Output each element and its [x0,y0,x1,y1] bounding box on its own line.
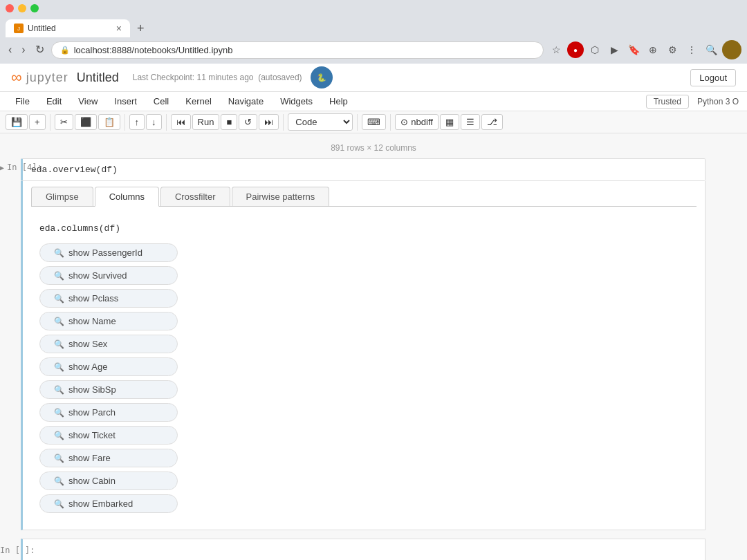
col-btn-cabin[interactable]: 🔍 show Cabin [39,472,178,490]
menu-bar: File Edit View Insert Cell Kernel Naviga… [0,92,747,111]
toolbar-separator-1 [50,114,50,131]
cut-button[interactable]: ✂ [55,114,73,130]
search-icon-passengerid: 🔍 [54,248,64,258]
add-cell-button[interactable]: + [29,114,46,130]
search-icon-survived: 🔍 [54,271,64,281]
settings-icon-2[interactable]: ⚙ [664,41,681,58]
search-icon[interactable]: 🔍 [703,41,719,58]
menu-view[interactable]: View [71,93,104,109]
col-btn-fare[interactable]: 🔍 show Fare [39,449,178,467]
fast-forward-button[interactable]: ⏭ [259,114,279,130]
search-icon-parch: 🔍 [54,408,64,418]
col-label-passengerid: show PassengerId [68,248,142,258]
search-icon-fare: 🔍 [54,454,64,463]
move-up-button[interactable]: ↑ [129,114,145,130]
search-icon-sex: 🔍 [54,339,64,349]
col-btn-sex[interactable]: 🔍 show Sex [39,335,178,353]
record-icon[interactable]: ● [567,41,584,58]
col-btn-passengerid[interactable]: 🔍 show PassengerId [39,243,178,262]
address-bar[interactable]: 🔒 localhost:8888/notebooks/Untitled.ipyn… [51,41,544,59]
col-label-parch: show Parch [68,407,116,418]
empty-cell-input[interactable] [21,539,706,560]
col-btn-age[interactable]: 🔍 show Age [39,357,178,376]
trusted-badge: Trusted [646,95,689,109]
cell-input-area[interactable]: eda.overview(df) [21,158,706,181]
nbdiff-button[interactable]: ⊙ nbdiff [395,114,439,130]
col-btn-survived[interactable]: 🔍 show Survived [39,266,178,285]
cell-type-select[interactable]: Code Markdown Raw [288,113,353,131]
lock-icon: 🔒 [60,46,70,55]
traffic-light-minimize[interactable] [18,4,26,12]
share-button[interactable]: ⎇ [481,114,503,130]
col-btn-sibsp[interactable]: 🔍 show SibSp [39,380,178,399]
star-icon[interactable]: ☆ [548,41,564,58]
keyboard-button[interactable]: ⌨ [362,114,386,130]
step-back-button[interactable]: ⏮ [171,114,191,130]
browser-tab-active[interactable]: J Untitled × [6,19,130,37]
toolbar-separator-5 [357,114,358,131]
tab-crossfilter[interactable]: Crossfilter [160,187,230,206]
column-button-list: 🔍 show PassengerId 🔍 show Survived 🔍 sho… [39,243,688,513]
tab-list: Glimpse Columns Crossfilter Pairwise pat… [31,187,697,207]
menu-navigate[interactable]: Navigate [221,93,270,109]
bookmark-icon[interactable]: 🔖 [625,41,642,58]
search-icon-embarked: 🔍 [54,499,64,509]
run-indicator-icon: ▶ [0,164,4,171]
menu-widgets[interactable]: Widgets [273,93,320,109]
empty-cell[interactable]: In [ ]: [21,539,706,560]
move-down-button[interactable]: ↓ [146,114,162,130]
search-icon-pclass: 🔍 [54,294,64,304]
paste-button[interactable]: 📋 [98,114,120,130]
eda-columns-code: eda.columns(df) [39,223,688,234]
refresh-button[interactable]: ↻ [33,43,47,57]
jupyter-logo-icon: ∞ [11,68,22,86]
menu-kernel[interactable]: Kernel [178,93,219,109]
cell-indicator-4: ▶ In [4]: [0,158,42,172]
tab-columns-content: eda.columns(df) 🔍 show PassengerId 🔍 sho… [31,212,697,524]
toolbar-separator-3 [166,114,167,131]
notebook-toolbar: 💾 + ✂ ⬛ 📋 ↑ ↓ ⏮ Run ■ ↺ ⏭ Code Markdown … [0,111,747,133]
tab-close-button[interactable]: × [116,24,122,33]
python-badge: 🐍 [311,66,333,88]
browser-settings[interactable]: ⋮ [683,41,700,58]
empty-cell-indicator: In [ ]: [0,541,35,555]
notebook-title[interactable]: Untitled [77,71,119,85]
menu-edit[interactable]: Edit [39,93,68,109]
back-button[interactable]: ‹ [6,43,15,57]
col-btn-parch[interactable]: 🔍 show Parch [39,403,178,422]
search-icon-ticket: 🔍 [54,431,64,440]
stop-button[interactable]: ■ [221,114,237,130]
tab-pairwise[interactable]: Pairwise patterns [232,187,330,206]
list-button[interactable]: ☰ [461,114,480,130]
play-icon[interactable]: ▶ [606,41,622,58]
shield-icon[interactable]: ⊕ [645,41,661,58]
search-icon-sibsp: 🔍 [54,385,64,395]
col-btn-name[interactable]: 🔍 show Name [39,312,178,330]
col-btn-embarked[interactable]: 🔍 show Embarked [39,494,178,513]
cell-code[interactable]: eda.overview(df) [23,159,705,180]
col-btn-pclass[interactable]: 🔍 show Pclass [39,289,178,308]
menu-insert[interactable]: Insert [107,93,144,109]
info-bar: 891 rows × 12 columns [0,140,747,158]
chart-button[interactable]: ▦ [440,114,459,130]
save-button[interactable]: 💾 [6,114,28,130]
logout-button[interactable]: Logout [690,69,736,86]
col-btn-ticket[interactable]: 🔍 show Ticket [39,426,178,445]
restart-button[interactable]: ↺ [239,114,257,130]
menu-file[interactable]: File [8,93,37,109]
tab-glimpse[interactable]: Glimpse [31,187,93,206]
forward-button[interactable]: › [19,43,28,57]
tab-columns[interactable]: Columns [95,187,159,207]
menu-help[interactable]: Help [322,93,355,109]
traffic-light-close[interactable] [6,4,14,12]
jupyter-header: ∞ jupyter Untitled Last Checkpoint: 11 m… [0,64,747,92]
run-button[interactable]: Run [192,114,220,130]
search-icon-age: 🔍 [54,362,64,372]
traffic-light-maximize[interactable] [30,4,39,12]
profile-avatar[interactable] [722,40,741,59]
new-tab-button[interactable]: + [131,19,150,37]
output-tabs: Glimpse Columns Crossfilter Pairwise pat… [31,187,697,207]
copy-button[interactable]: ⬛ [75,114,97,130]
menu-cell[interactable]: Cell [147,93,176,109]
extensions-icon[interactable]: ⬡ [587,41,603,58]
